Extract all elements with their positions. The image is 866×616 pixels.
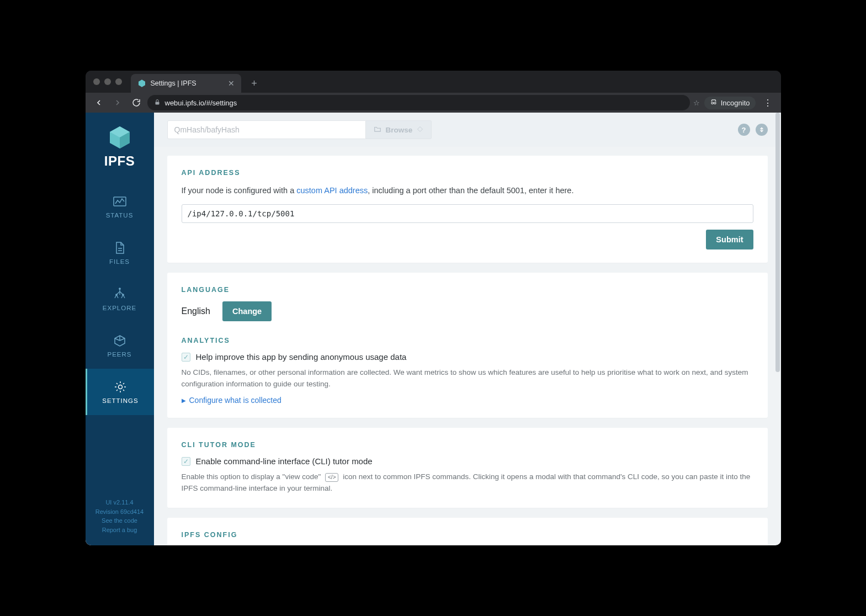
ipfs-favicon-icon (137, 79, 146, 88)
close-window-icon[interactable] (93, 78, 100, 85)
cli-tutor-card: CLI TUTOR MODE ✓ Enable command-line int… (167, 428, 768, 508)
code-icon: </> (325, 473, 338, 482)
logo-text: IPFS (104, 153, 135, 169)
back-button[interactable] (91, 95, 107, 110)
config-title: IPFS CONFIG (182, 531, 753, 539)
cli-checkbox-label: Enable command-line interface (CLI) tuto… (196, 456, 373, 466)
language-analytics-card: LANGUAGE English Change ANALYTICS ✓ Help… (167, 273, 768, 418)
footer-revision[interactable]: Revision 69cd414 (95, 507, 144, 517)
browser-window: Settings | IPFS ✕ + webui.ipfs.io/#/sett… (86, 71, 781, 545)
custom-api-link[interactable]: custom API address (296, 186, 368, 195)
api-title: API ADDRESS (182, 169, 753, 177)
new-tab-button[interactable]: + (247, 76, 262, 91)
footer-version[interactable]: UI v2.11.4 (95, 498, 144, 507)
current-language: English (182, 306, 210, 316)
svg-line-22 (115, 338, 120, 341)
svg-point-2 (711, 102, 714, 104)
logo: IPFS (104, 125, 135, 169)
minimize-window-icon[interactable] (104, 78, 111, 85)
lock-icon (154, 99, 161, 107)
url-text: webui.ipfs.io/#/settings (165, 99, 237, 107)
api-address-input[interactable] (182, 204, 753, 223)
cli-checkbox-row: ✓ Enable command-line interface (CLI) tu… (182, 456, 753, 466)
files-icon (113, 241, 127, 255)
search-group: Browse (167, 120, 432, 139)
nav-label: SETTINGS (102, 397, 139, 404)
language-row: English Change (182, 301, 753, 321)
content-area: API ADDRESS If your node is configured w… (154, 147, 781, 545)
svg-line-23 (120, 338, 125, 341)
svg-marker-0 (139, 79, 145, 87)
folder-icon (374, 125, 381, 135)
maximize-window-icon[interactable] (115, 78, 122, 85)
tab-title: Settings | IPFS (151, 79, 196, 87)
sidebar-footer: UI v2.11.4 Revision 69cd414 See the code… (95, 490, 144, 545)
analytics-checkbox[interactable]: ✓ (182, 353, 190, 362)
analytics-checkbox-label: Help improve this app by sending anonymo… (196, 352, 407, 362)
configure-collected-link[interactable]: ▶ Configure what is collected (182, 396, 281, 405)
submit-button[interactable]: Submit (706, 230, 753, 249)
bookmark-star-icon[interactable]: ☆ (693, 99, 700, 107)
language-title: LANGUAGE (182, 286, 753, 294)
svg-point-3 (714, 102, 716, 104)
browse-label: Browse (386, 126, 413, 134)
footer-report-bug[interactable]: Report a bug (95, 525, 144, 535)
nav-label: STATUS (106, 212, 134, 219)
sidebar-item-peers[interactable]: PEERS (86, 322, 154, 369)
url-field[interactable]: webui.ipfs.io/#/settings (147, 95, 690, 110)
incognito-label: Incognito (721, 99, 750, 107)
peers-icon (113, 333, 127, 348)
nav-label: FILES (109, 258, 130, 265)
svg-marker-25 (418, 126, 423, 131)
analytics-title: ANALYTICS (182, 337, 753, 344)
svg-rect-1 (155, 102, 159, 104)
nav-label: PEERS (108, 351, 132, 358)
sidebar-item-explore[interactable]: EXPLORE (86, 276, 154, 322)
api-description: If your node is configured with a custom… (182, 184, 753, 197)
window-controls (93, 78, 122, 85)
sidebar: IPFS STATUS FILES (86, 113, 154, 545)
app-area: IPFS STATUS FILES (86, 113, 781, 545)
nav-list: STATUS FILES EXPLORE (86, 183, 154, 415)
svg-point-19 (122, 294, 123, 295)
scrollbar[interactable] (775, 113, 780, 372)
ipfs-logo-icon (107, 125, 132, 150)
main-content: Browse ? API ADDRESS (154, 113, 781, 545)
analytics-description: No CIDs, filenames, or other personal in… (182, 367, 753, 390)
forward-button[interactable] (110, 95, 125, 110)
titlebar: Settings | IPFS ✕ + (86, 71, 781, 93)
reload-button[interactable] (129, 95, 144, 110)
settings-icon (113, 380, 127, 394)
browser-tab[interactable]: Settings | IPFS ✕ (131, 74, 241, 93)
close-tab-icon[interactable]: ✕ (228, 79, 235, 88)
nav-label: EXPLORE (103, 305, 136, 311)
sidebar-item-files[interactable]: FILES (86, 230, 154, 276)
footer-see-code[interactable]: See the code (95, 516, 144, 525)
triangle-right-icon: ▶ (182, 397, 186, 403)
address-bar: webui.ipfs.io/#/settings ☆ Incognito ⋮ (86, 93, 781, 113)
browse-button[interactable]: Browse (366, 120, 432, 139)
sidebar-item-settings[interactable]: SETTINGS (86, 369, 154, 415)
topbar: Browse ? (154, 113, 781, 147)
sidebar-item-status[interactable]: STATUS (86, 183, 154, 230)
hash-search-input[interactable] (167, 120, 366, 139)
status-icon (113, 194, 127, 209)
svg-point-17 (119, 288, 120, 289)
svg-point-18 (115, 294, 116, 295)
topbar-actions: ? (738, 124, 768, 136)
incognito-badge[interactable]: Incognito (704, 97, 756, 109)
explore-icon (113, 287, 127, 301)
change-language-button[interactable]: Change (222, 301, 272, 321)
ipfs-config-card: IPFS CONFIG (167, 518, 768, 545)
help-button[interactable]: ? (738, 124, 750, 136)
svg-point-24 (119, 385, 123, 389)
cli-title: CLI TUTOR MODE (182, 441, 753, 449)
cli-description: Enable this option to display a "view co… (182, 471, 753, 495)
api-address-card: API ADDRESS If your node is configured w… (167, 156, 768, 263)
cli-checkbox[interactable]: ✓ (182, 457, 190, 466)
diamond-icon (417, 126, 423, 134)
analytics-checkbox-row: ✓ Help improve this app by sending anony… (182, 352, 753, 362)
incognito-icon (710, 98, 718, 108)
tour-button[interactable] (756, 124, 768, 136)
browser-menu-icon[interactable]: ⋮ (760, 98, 775, 108)
